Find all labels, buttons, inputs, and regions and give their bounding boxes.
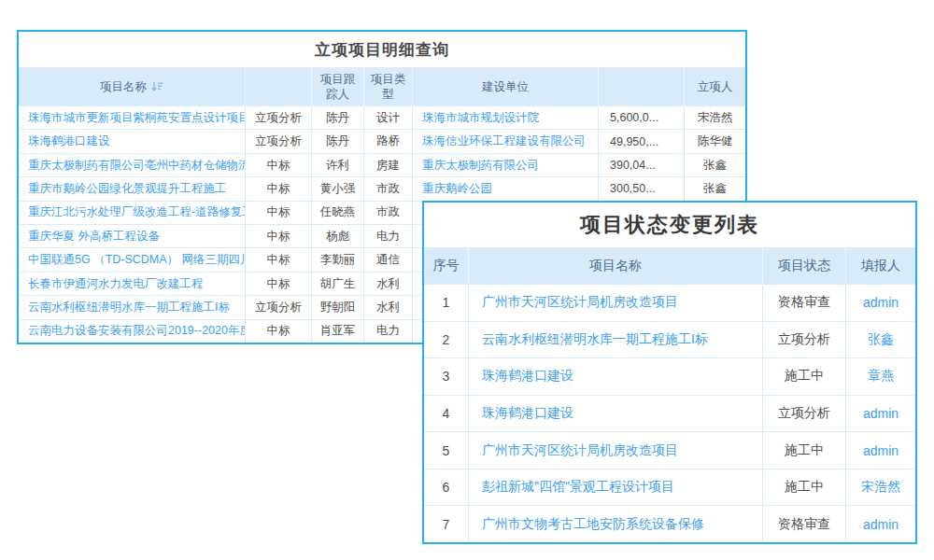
header-reporter: 填报人 — [846, 247, 915, 285]
org-link[interactable]: 重庆太极制药有限公司 — [422, 158, 539, 174]
creator-cell: 张鑫 — [685, 154, 745, 176]
project-name-cell: 重庆太极制药有限公司亳州中药材仓储物流基地 — [19, 154, 246, 176]
back-table-header-row: 项目名称 项目跟踪人 项目类型 建设单位 立项人 — [19, 67, 745, 106]
project-name-cell: 珠海鹤港口建设 — [469, 396, 763, 432]
project-name-cell: 广州市文物考古工地安防系统设备保修 — [469, 506, 763, 542]
reporter-link[interactable]: admin — [863, 443, 899, 458]
front-table-body: 1 广州市天河区统计局机房改造项目 资格审查 admin 2 云南水利枢纽潜明水… — [424, 285, 915, 542]
reporter-link[interactable]: admin — [863, 295, 899, 310]
project-name-cell: 重庆江北污水处理厂级改造工程-道路修复工程 — [19, 202, 246, 224]
project-name-link[interactable]: 重庆市鹅岭公园绿化景观提升工程施工 — [28, 181, 227, 197]
project-tracker-cell: 肖亚军 — [312, 320, 364, 343]
project-type-cell: 路桥 — [364, 130, 413, 152]
project-tracker-cell: 陈丹 — [312, 130, 364, 152]
project-status-cell: 施工中 — [763, 358, 846, 395]
serial-cell: 6 — [424, 469, 469, 506]
project-name-link[interactable]: 广州市文物考古工地安防系统设备保修 — [482, 516, 704, 533]
project-name-cell: 广州市天河区统计局机房改造项目 — [469, 285, 763, 321]
project-type-cell: 市政 — [364, 177, 413, 200]
project-name-cell: 云南水利枢纽潜明水库一期工程施工I标 — [469, 322, 763, 358]
table-row: 1 广州市天河区统计局机房改造项目 资格审查 admin — [424, 285, 915, 322]
org-link[interactable]: 珠海信业环保工程建设有限公司 — [422, 133, 586, 149]
header-serial: 序号 — [424, 247, 469, 285]
reporter-cell: 张鑫 — [846, 322, 915, 358]
project-name-link[interactable]: 重庆太极制药有限公司亳州中药材仓储物流基地 — [28, 158, 245, 174]
reporter-cell: admin — [846, 396, 915, 432]
project-name-link[interactable]: 彭祖新城"四馆"景观工程设计项目 — [482, 479, 674, 496]
reporter-link[interactable]: admin — [863, 406, 899, 421]
org-cell: 重庆鹅岭公园 — [413, 177, 599, 200]
project-stage-cell: 立项分析 — [246, 296, 312, 318]
reporter-link[interactable]: 章燕 — [868, 368, 894, 385]
header-type: 项目类型 — [364, 67, 413, 106]
reporter-cell: admin — [846, 432, 915, 469]
reporter-link[interactable]: admin — [863, 517, 899, 532]
project-type-cell: 电力 — [364, 320, 413, 343]
creator-cell: 陈华健 — [685, 130, 745, 152]
project-name-link[interactable]: 重庆江北污水处理厂级改造工程-道路修复工程 — [28, 204, 245, 220]
header-tracker: 项目跟踪人 — [312, 67, 364, 106]
project-name-link[interactable]: 珠海鹤港口建设 — [28, 133, 110, 149]
project-name-link[interactable]: 广州市天河区统计局机房改造项目 — [482, 442, 678, 459]
serial-cell: 5 — [424, 432, 469, 469]
project-name-link[interactable]: 广州市天河区统计局机房改造项目 — [482, 294, 678, 311]
project-name-link[interactable]: 云南水利枢纽潜明水库一期工程施工I标 — [482, 331, 708, 348]
project-name-link[interactable]: 珠海鹤港口建设 — [482, 368, 573, 385]
amount-cell: 390,04... — [599, 154, 685, 176]
project-name-cell: 云南水利枢纽潜明水库一期工程施工I标 — [19, 296, 246, 318]
header-project-name[interactable]: 项目名称 — [19, 67, 246, 106]
project-name-link[interactable]: 珠海鹤港口建设 — [482, 405, 573, 422]
reporter-link[interactable]: 宋浩然 — [861, 479, 900, 496]
project-type-cell: 水利 — [364, 296, 413, 318]
project-stage-cell: 中标 — [246, 248, 312, 271]
project-name-link[interactable]: 珠海市城市更新项目紫桐苑安置点设计项目 — [28, 110, 245, 126]
page: { "colors": { "border": "#26b1e9", "head… — [0, 0, 934, 560]
project-tracker-cell: 任晓燕 — [312, 202, 364, 224]
project-name-link[interactable]: 长春市伊通河水力发电厂改建工程 — [28, 276, 204, 292]
project-type-cell: 市政 — [364, 202, 413, 224]
table-row: 珠海鹤港口建设 立项分析 陈丹 路桥 珠海信业环保工程建设有限公司 49,950… — [19, 130, 745, 153]
org-cell: 重庆太极制药有限公司 — [413, 154, 599, 176]
creator-cell: 张鑫 — [685, 177, 745, 200]
table-row: 珠海市城市更新项目紫桐苑安置点设计项目 立项分析 陈丹 设计 珠海市城市规划设计… — [19, 106, 745, 130]
project-stage-cell: 立项分析 — [246, 106, 312, 129]
project-status-cell: 资格审查 — [763, 285, 846, 321]
project-stage-cell: 立项分析 — [246, 130, 312, 152]
project-stage-cell: 中标 — [246, 225, 312, 247]
project-tracker-cell: 胡广生 — [312, 273, 364, 295]
project-name-link[interactable]: 云南水利枢纽潜明水库一期工程施工I标 — [28, 300, 230, 315]
amount-cell: 300,50... — [599, 177, 685, 200]
amount-cell: 49,950,... — [599, 130, 685, 152]
project-type-cell: 水利 — [364, 273, 413, 295]
table-row: 7 广州市文物考古工地安防系统设备保修 资格审查 admin — [424, 506, 915, 542]
reporter-cell: 宋浩然 — [846, 469, 915, 506]
table-row: 重庆太极制药有限公司亳州中药材仓储物流基地 中标 许利 房建 重庆太极制药有限公… — [19, 154, 745, 177]
serial-cell: 1 — [424, 285, 469, 321]
amount-cell: 5,600,0... — [599, 106, 685, 129]
project-status-cell: 立项分析 — [763, 322, 846, 358]
reporter-cell: admin — [846, 285, 915, 321]
header-status: 项目状态 — [763, 247, 846, 285]
project-name-link[interactable]: 重庆华夏 外高桥工程设备 — [28, 229, 160, 245]
org-link[interactable]: 重庆鹅岭公园 — [422, 181, 492, 197]
reporter-cell: admin — [846, 506, 915, 542]
project-name-link[interactable]: 云南电力设备安装有限公司2019--2020年度劳务 — [28, 323, 245, 339]
table-row: 6 彭祖新城"四馆"景观工程设计项目 施工中 宋浩然 — [424, 469, 915, 507]
project-tracker-cell: 黄小强 — [312, 177, 364, 200]
project-stage-cell: 中标 — [246, 154, 312, 176]
project-status-cell: 立项分析 — [763, 396, 846, 432]
table-row: 4 珠海鹤港口建设 立项分析 admin — [424, 396, 915, 433]
table-row: 5 广州市天河区统计局机房改造项目 施工中 admin — [424, 432, 915, 469]
org-link[interactable]: 珠海市城市规划设计院 — [422, 110, 539, 126]
project-name-cell: 中国联通5G （TD-SCDMA） 网络三期四川工程 — [19, 248, 246, 271]
back-table-title: 立项项目明细查询 — [19, 32, 745, 67]
project-name-link[interactable]: 中国联通5G （TD-SCDMA） 网络三期四川工程 — [28, 252, 245, 268]
project-name-cell: 重庆市鹅岭公园绿化景观提升工程施工 — [19, 177, 246, 200]
project-tracker-cell: 杨彪 — [312, 225, 364, 247]
project-name-cell: 云南电力设备安装有限公司2019--2020年度劳务 — [19, 320, 246, 343]
sort-amount-icon[interactable] — [151, 81, 163, 92]
project-tracker-cell: 许利 — [312, 154, 364, 176]
reporter-link[interactable]: 张鑫 — [868, 331, 894, 348]
status-change-list-table: 项目状态变更列表 序号 项目名称 项目状态 填报人 1 广州市天河区统计局机房改… — [422, 201, 917, 544]
project-tracker-cell: 陈丹 — [312, 106, 364, 129]
